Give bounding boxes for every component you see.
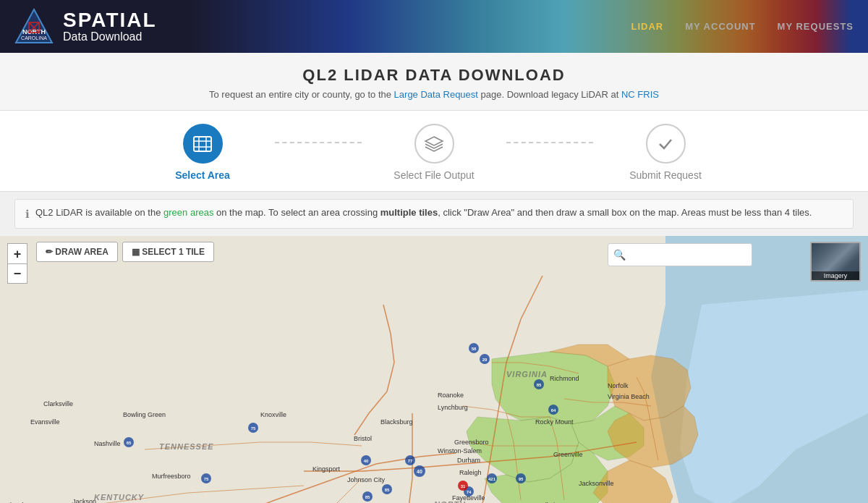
state-label-kentucky: KENTUCKY <box>94 493 145 502</box>
info-bar: ℹ QL2 LiDAR is available on the green ar… <box>14 199 854 229</box>
logo-icon: NORTH CAROLINA <box>14 7 54 46</box>
svg-text:85: 85 <box>365 495 370 499</box>
page-title: QL2 LIDAR DATA DOWNLOAD <box>14 66 854 85</box>
city-knoxville: Knoxville <box>260 411 286 418</box>
city-clarksville: Clarksville <box>43 400 73 407</box>
city-kingsport: Kingsport <box>312 465 341 473</box>
map-background: TENNESSEE NORTH CAROLINA VIRGINIA SOUTH … <box>0 236 868 503</box>
logo-spatial-text: SPATIAL <box>63 10 157 30</box>
step-connector-2 <box>506 142 593 143</box>
city-johnson-city: Johnson City <box>347 476 386 483</box>
large-data-request-link[interactable]: Large Data Request <box>394 89 478 100</box>
subtitle-prefix: To request an entire city or county, go … <box>209 89 394 100</box>
svg-text:29: 29 <box>482 358 488 362</box>
step-1-label: Select Area <box>175 169 230 181</box>
city-winston-salem: Winston-Salem <box>438 447 482 455</box>
city-evansville: Evansville <box>30 418 60 426</box>
svg-text:58: 58 <box>472 347 477 351</box>
svg-marker-12 <box>425 137 443 145</box>
svg-text:75: 75 <box>204 477 209 481</box>
city-blacksburg: Blacksburg <box>380 418 413 426</box>
svg-text:65: 65 <box>127 441 132 445</box>
map-search: 🔍 <box>608 243 752 266</box>
svg-text:CAROLINA: CAROLINA <box>21 35 47 41</box>
step-1: Select Area <box>130 124 275 181</box>
green-areas-link[interactable]: green areas <box>163 207 213 218</box>
logo-area: NORTH CAROLINA SPATIAL Data Download <box>14 7 157 46</box>
logo-subtitle-text: Data Download <box>63 30 157 43</box>
city-nashville: Nashville <box>94 440 121 447</box>
city-greenville-nc: Greenville <box>553 451 583 458</box>
select-tile-button[interactable]: ▦ SELECT 1 TILE <box>122 242 214 262</box>
city-durham: Durham <box>457 457 480 464</box>
step-1-icon <box>183 124 223 164</box>
svg-text:74: 74 <box>467 490 472 494</box>
info-icon: ℹ <box>25 208 30 221</box>
step-3-icon <box>646 124 686 164</box>
search-icon: 🔍 <box>613 249 626 261</box>
step-2-label: Select File Output <box>393 169 474 181</box>
map-container[interactable]: TENNESSEE NORTH CAROLINA VIRGINIA SOUTH … <box>0 236 868 503</box>
state-label-tennessee: TENNESSEE <box>159 442 214 451</box>
svg-text:95: 95 <box>519 477 524 481</box>
title-section: QL2 LIDAR DATA DOWNLOAD To request an en… <box>0 53 868 111</box>
zoom-in-button[interactable]: + <box>7 243 27 263</box>
steps-section: Select Area Select File Output Submit Re… <box>0 111 868 192</box>
step-2-icon <box>414 124 454 164</box>
step-connector-1 <box>275 142 362 143</box>
imagery-thumbnail[interactable]: Imagery <box>810 242 861 282</box>
svg-text:85: 85 <box>385 488 390 492</box>
svg-text:421: 421 <box>488 477 496 481</box>
info-text: QL2 LiDAR is available on the green area… <box>35 207 812 218</box>
checkmark-icon <box>655 134 676 154</box>
svg-text:75: 75 <box>251 426 256 431</box>
map-tools: ✏ DRAW AREA ▦ SELECT 1 TILE <box>36 242 214 262</box>
svg-text:64: 64 <box>551 408 556 413</box>
city-bowling-green: Bowling Green <box>123 411 166 418</box>
step-3-label: Submit Request <box>629 169 702 181</box>
draw-area-button[interactable]: ✏ DRAW AREA <box>36 242 118 262</box>
nc-fris-link[interactable]: NC FRIS <box>621 89 659 100</box>
imagery-label: Imagery <box>812 271 859 280</box>
city-jacksonville: Jacksonville <box>579 480 614 487</box>
state-label-virginia: VIRGINIA <box>506 370 548 379</box>
city-norfolk: Norfolk <box>608 382 629 389</box>
nav-links: LIDAR MY ACCOUNT MY REQUESTS <box>631 21 854 32</box>
page-subtitle: To request an entire city or county, go … <box>14 89 854 100</box>
city-murfreesboro: Murfreesboro <box>152 473 191 480</box>
svg-text:77: 77 <box>408 459 413 463</box>
nav-my-requests[interactable]: MY REQUESTS <box>778 21 854 32</box>
city-lynchburg: Lynchburg <box>438 404 468 411</box>
city-roanoke: Roanoke <box>438 392 464 399</box>
city-jackson: Jackson <box>72 498 96 503</box>
step-2: Select File Output <box>362 124 506 181</box>
city-rocky-mount: Rocky Mount <box>535 418 574 426</box>
city-richmond: Richmond <box>550 375 579 382</box>
header: NORTH CAROLINA SPATIAL Data Download LID… <box>0 0 868 53</box>
logo-text: SPATIAL Data Download <box>63 10 157 43</box>
city-bristol: Bristol <box>354 435 372 442</box>
svg-text:40: 40 <box>364 459 369 463</box>
subtitle-mid: page. Download legacy LiDAR at <box>478 89 621 100</box>
map-icon <box>192 134 213 154</box>
map-svg: TENNESSEE NORTH CAROLINA VIRGINIA SOUTH … <box>0 236 868 503</box>
svg-text:85: 85 <box>537 383 542 387</box>
zoom-controls: + − <box>7 243 27 284</box>
map-search-input[interactable] <box>608 243 752 266</box>
svg-text:31: 31 <box>461 484 466 489</box>
step-3: Submit Request <box>593 124 738 181</box>
layers-icon <box>424 134 444 154</box>
nav-lidar[interactable]: LIDAR <box>631 21 664 32</box>
city-greensboro: Greensboro <box>454 439 489 446</box>
svg-text:NORTH: NORTH <box>22 28 46 35</box>
zoom-out-button[interactable]: − <box>7 263 27 284</box>
nav-my-account[interactable]: MY ACCOUNT <box>685 21 755 32</box>
city-raleigh: Raleigh <box>459 469 482 476</box>
svg-rect-7 <box>194 137 211 151</box>
svg-text:40: 40 <box>417 469 422 474</box>
city-virginia-beach: Virginia Beach <box>608 393 650 400</box>
